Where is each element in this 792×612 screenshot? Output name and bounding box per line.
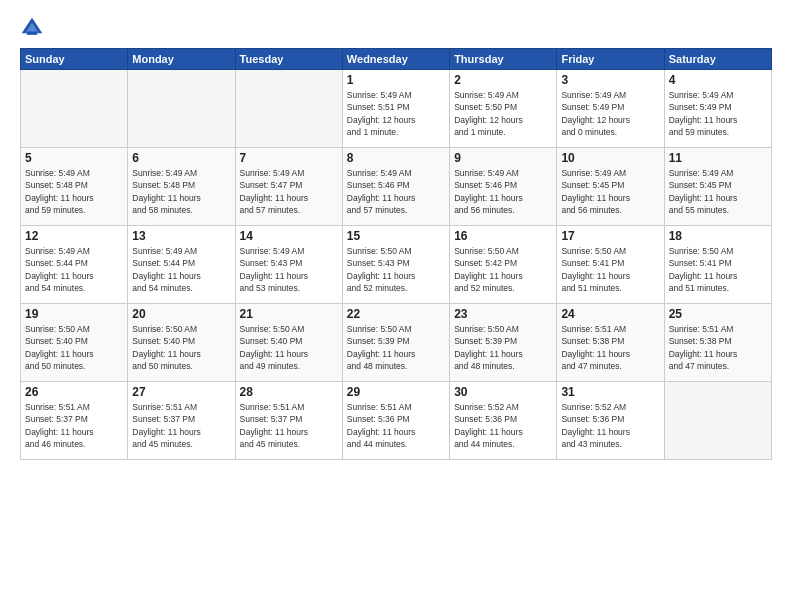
day-number: 11	[669, 151, 767, 165]
day-cell: 29Sunrise: 5:51 AM Sunset: 5:36 PM Dayli…	[342, 382, 449, 460]
day-cell: 1Sunrise: 5:49 AM Sunset: 5:51 PM Daylig…	[342, 70, 449, 148]
day-cell: 6Sunrise: 5:49 AM Sunset: 5:48 PM Daylig…	[128, 148, 235, 226]
day-info: Sunrise: 5:50 AM Sunset: 5:39 PM Dayligh…	[347, 323, 445, 372]
weekday-header-wednesday: Wednesday	[342, 49, 449, 70]
day-cell: 10Sunrise: 5:49 AM Sunset: 5:45 PM Dayli…	[557, 148, 664, 226]
day-info: Sunrise: 5:50 AM Sunset: 5:39 PM Dayligh…	[454, 323, 552, 372]
weekday-header-friday: Friday	[557, 49, 664, 70]
day-number: 30	[454, 385, 552, 399]
day-info: Sunrise: 5:51 AM Sunset: 5:37 PM Dayligh…	[25, 401, 123, 450]
day-cell: 16Sunrise: 5:50 AM Sunset: 5:42 PM Dayli…	[450, 226, 557, 304]
day-cell: 2Sunrise: 5:49 AM Sunset: 5:50 PM Daylig…	[450, 70, 557, 148]
day-number: 25	[669, 307, 767, 321]
day-info: Sunrise: 5:49 AM Sunset: 5:50 PM Dayligh…	[454, 89, 552, 138]
week-row-5: 26Sunrise: 5:51 AM Sunset: 5:37 PM Dayli…	[21, 382, 772, 460]
day-info: Sunrise: 5:49 AM Sunset: 5:46 PM Dayligh…	[347, 167, 445, 216]
day-info: Sunrise: 5:49 AM Sunset: 5:43 PM Dayligh…	[240, 245, 338, 294]
week-row-3: 12Sunrise: 5:49 AM Sunset: 5:44 PM Dayli…	[21, 226, 772, 304]
day-info: Sunrise: 5:49 AM Sunset: 5:44 PM Dayligh…	[132, 245, 230, 294]
day-cell: 14Sunrise: 5:49 AM Sunset: 5:43 PM Dayli…	[235, 226, 342, 304]
day-number: 18	[669, 229, 767, 243]
day-cell: 12Sunrise: 5:49 AM Sunset: 5:44 PM Dayli…	[21, 226, 128, 304]
day-cell	[664, 382, 771, 460]
day-number: 14	[240, 229, 338, 243]
header	[20, 16, 772, 40]
day-info: Sunrise: 5:50 AM Sunset: 5:42 PM Dayligh…	[454, 245, 552, 294]
day-number: 10	[561, 151, 659, 165]
day-number: 12	[25, 229, 123, 243]
day-cell: 15Sunrise: 5:50 AM Sunset: 5:43 PM Dayli…	[342, 226, 449, 304]
day-number: 17	[561, 229, 659, 243]
day-cell: 5Sunrise: 5:49 AM Sunset: 5:48 PM Daylig…	[21, 148, 128, 226]
day-number: 27	[132, 385, 230, 399]
day-info: Sunrise: 5:49 AM Sunset: 5:48 PM Dayligh…	[25, 167, 123, 216]
day-cell: 30Sunrise: 5:52 AM Sunset: 5:36 PM Dayli…	[450, 382, 557, 460]
weekday-header-thursday: Thursday	[450, 49, 557, 70]
day-cell: 22Sunrise: 5:50 AM Sunset: 5:39 PM Dayli…	[342, 304, 449, 382]
weekday-header-tuesday: Tuesday	[235, 49, 342, 70]
day-number: 1	[347, 73, 445, 87]
day-cell: 8Sunrise: 5:49 AM Sunset: 5:46 PM Daylig…	[342, 148, 449, 226]
day-number: 8	[347, 151, 445, 165]
day-cell: 27Sunrise: 5:51 AM Sunset: 5:37 PM Dayli…	[128, 382, 235, 460]
day-number: 15	[347, 229, 445, 243]
day-cell	[235, 70, 342, 148]
day-cell: 19Sunrise: 5:50 AM Sunset: 5:40 PM Dayli…	[21, 304, 128, 382]
logo	[20, 16, 48, 40]
day-number: 21	[240, 307, 338, 321]
day-info: Sunrise: 5:50 AM Sunset: 5:40 PM Dayligh…	[25, 323, 123, 372]
day-info: Sunrise: 5:51 AM Sunset: 5:37 PM Dayligh…	[132, 401, 230, 450]
day-cell	[128, 70, 235, 148]
day-cell: 13Sunrise: 5:49 AM Sunset: 5:44 PM Dayli…	[128, 226, 235, 304]
day-number: 2	[454, 73, 552, 87]
day-info: Sunrise: 5:49 AM Sunset: 5:49 PM Dayligh…	[669, 89, 767, 138]
svg-rect-2	[27, 31, 37, 34]
day-number: 19	[25, 307, 123, 321]
day-info: Sunrise: 5:49 AM Sunset: 5:51 PM Dayligh…	[347, 89, 445, 138]
day-cell: 31Sunrise: 5:52 AM Sunset: 5:36 PM Dayli…	[557, 382, 664, 460]
weekday-header-monday: Monday	[128, 49, 235, 70]
day-number: 16	[454, 229, 552, 243]
logo-icon	[20, 16, 44, 40]
weekday-header-row: SundayMondayTuesdayWednesdayThursdayFrid…	[21, 49, 772, 70]
day-info: Sunrise: 5:51 AM Sunset: 5:38 PM Dayligh…	[561, 323, 659, 372]
day-info: Sunrise: 5:49 AM Sunset: 5:49 PM Dayligh…	[561, 89, 659, 138]
day-number: 28	[240, 385, 338, 399]
day-info: Sunrise: 5:51 AM Sunset: 5:38 PM Dayligh…	[669, 323, 767, 372]
week-row-4: 19Sunrise: 5:50 AM Sunset: 5:40 PM Dayli…	[21, 304, 772, 382]
day-number: 20	[132, 307, 230, 321]
day-info: Sunrise: 5:49 AM Sunset: 5:47 PM Dayligh…	[240, 167, 338, 216]
day-info: Sunrise: 5:50 AM Sunset: 5:41 PM Dayligh…	[669, 245, 767, 294]
day-cell: 25Sunrise: 5:51 AM Sunset: 5:38 PM Dayli…	[664, 304, 771, 382]
day-cell: 28Sunrise: 5:51 AM Sunset: 5:37 PM Dayli…	[235, 382, 342, 460]
day-cell: 20Sunrise: 5:50 AM Sunset: 5:40 PM Dayli…	[128, 304, 235, 382]
day-cell: 7Sunrise: 5:49 AM Sunset: 5:47 PM Daylig…	[235, 148, 342, 226]
day-info: Sunrise: 5:52 AM Sunset: 5:36 PM Dayligh…	[454, 401, 552, 450]
weekday-header-sunday: Sunday	[21, 49, 128, 70]
day-number: 13	[132, 229, 230, 243]
day-number: 22	[347, 307, 445, 321]
day-info: Sunrise: 5:51 AM Sunset: 5:37 PM Dayligh…	[240, 401, 338, 450]
day-info: Sunrise: 5:49 AM Sunset: 5:48 PM Dayligh…	[132, 167, 230, 216]
day-cell: 24Sunrise: 5:51 AM Sunset: 5:38 PM Dayli…	[557, 304, 664, 382]
day-number: 6	[132, 151, 230, 165]
day-number: 9	[454, 151, 552, 165]
day-cell: 26Sunrise: 5:51 AM Sunset: 5:37 PM Dayli…	[21, 382, 128, 460]
day-info: Sunrise: 5:51 AM Sunset: 5:36 PM Dayligh…	[347, 401, 445, 450]
day-info: Sunrise: 5:49 AM Sunset: 5:45 PM Dayligh…	[561, 167, 659, 216]
day-cell: 4Sunrise: 5:49 AM Sunset: 5:49 PM Daylig…	[664, 70, 771, 148]
day-info: Sunrise: 5:49 AM Sunset: 5:44 PM Dayligh…	[25, 245, 123, 294]
page: SundayMondayTuesdayWednesdayThursdayFrid…	[0, 0, 792, 612]
day-cell: 17Sunrise: 5:50 AM Sunset: 5:41 PM Dayli…	[557, 226, 664, 304]
day-info: Sunrise: 5:50 AM Sunset: 5:41 PM Dayligh…	[561, 245, 659, 294]
day-cell: 3Sunrise: 5:49 AM Sunset: 5:49 PM Daylig…	[557, 70, 664, 148]
day-info: Sunrise: 5:50 AM Sunset: 5:40 PM Dayligh…	[240, 323, 338, 372]
day-number: 29	[347, 385, 445, 399]
calendar-table: SundayMondayTuesdayWednesdayThursdayFrid…	[20, 48, 772, 460]
day-cell: 21Sunrise: 5:50 AM Sunset: 5:40 PM Dayli…	[235, 304, 342, 382]
day-cell	[21, 70, 128, 148]
day-number: 24	[561, 307, 659, 321]
day-cell: 11Sunrise: 5:49 AM Sunset: 5:45 PM Dayli…	[664, 148, 771, 226]
day-cell: 18Sunrise: 5:50 AM Sunset: 5:41 PM Dayli…	[664, 226, 771, 304]
day-number: 26	[25, 385, 123, 399]
